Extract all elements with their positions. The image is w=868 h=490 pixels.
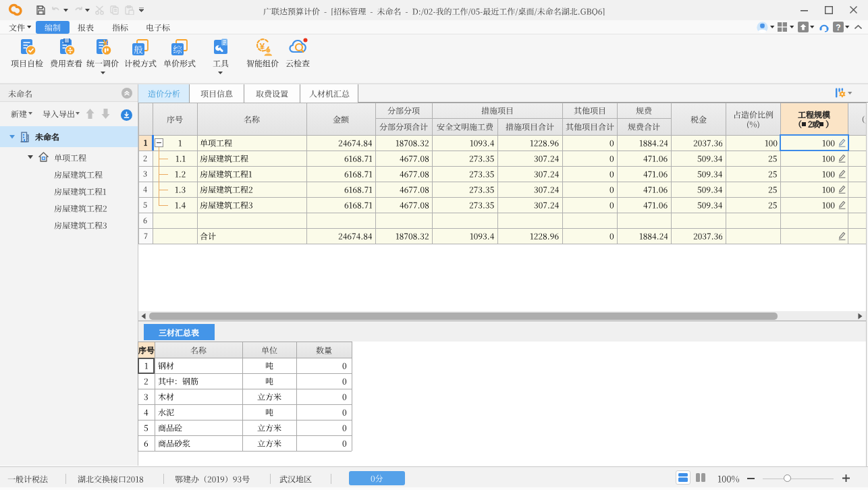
svg-text:¥: ¥	[260, 41, 265, 51]
svg-text:?: ?	[836, 23, 840, 32]
